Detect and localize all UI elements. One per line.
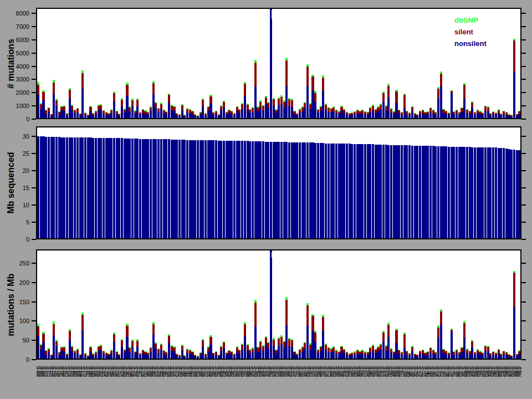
bar-segment [173, 111, 175, 118]
bar [155, 9, 157, 118]
bar [209, 127, 212, 238]
bar-segment [66, 115, 68, 118]
bar [416, 127, 418, 238]
bar [338, 9, 340, 118]
bar-segment [121, 100, 123, 106]
bar-segment [372, 110, 374, 118]
bar [314, 9, 316, 118]
bar-segment [152, 83, 155, 94]
bar-segment [340, 111, 342, 118]
bar-segment [338, 144, 340, 238]
bar [191, 9, 193, 118]
bar-segment [165, 114, 167, 118]
bar [139, 9, 141, 118]
bar-segment [364, 114, 366, 118]
bar [238, 250, 241, 359]
bar-segment [189, 140, 191, 239]
bar-segment [387, 98, 390, 118]
legend: dbSNP silent nonsilent [454, 14, 487, 49]
bar-segment [283, 347, 285, 359]
bar-segment [126, 337, 128, 359]
mb-sequenced-bars [37, 127, 520, 238]
bar [293, 250, 295, 359]
bar-segment [330, 144, 332, 238]
bar [66, 250, 68, 359]
bar-segment [89, 351, 91, 359]
bar [121, 250, 123, 359]
bar-segment [510, 116, 513, 118]
bar-segment [155, 108, 157, 118]
bar [469, 250, 471, 359]
bar-segment [314, 332, 316, 342]
bar [513, 127, 515, 238]
bar-segment [395, 145, 397, 238]
bar-segment [432, 113, 434, 118]
bar [113, 250, 115, 359]
bar-segment [257, 111, 259, 118]
bar [369, 127, 371, 238]
bar [301, 127, 304, 238]
bar [322, 9, 324, 118]
bar [503, 250, 505, 359]
bar-segment [390, 352, 392, 359]
bar-segment [492, 114, 494, 118]
y-axis-tick [521, 340, 526, 341]
bar [427, 250, 429, 359]
bar [354, 127, 356, 238]
bar-segment [498, 148, 500, 238]
bar-segment [48, 352, 50, 359]
bar-segment [275, 354, 277, 359]
bar-segment [461, 352, 463, 359]
bar-segment [372, 106, 374, 110]
bar-segment [346, 355, 348, 359]
bar [495, 127, 497, 238]
bar [332, 9, 335, 118]
bar [155, 127, 157, 238]
bar-segment [163, 139, 165, 238]
bar-segment [477, 147, 479, 238]
bar [364, 127, 366, 238]
bar [411, 250, 413, 359]
bar-segment [98, 106, 100, 110]
bar-segment [126, 96, 128, 118]
bar [356, 127, 359, 238]
bar-segment [110, 354, 112, 359]
bar-segment [377, 111, 379, 118]
bar-segment [273, 142, 275, 238]
bar-segment [500, 356, 502, 359]
bar-segment [437, 146, 439, 238]
bar [283, 250, 285, 359]
bar [387, 9, 390, 118]
bar-segment [309, 109, 311, 118]
bar [116, 9, 118, 118]
bar-segment [259, 108, 262, 118]
bar-segment [252, 112, 254, 118]
y-axis-tick [32, 187, 36, 188]
bar [338, 127, 340, 238]
bar-segment [265, 337, 267, 345]
bar-segment [63, 111, 65, 118]
bar-segment [513, 273, 515, 306]
bar [422, 127, 424, 238]
bar [330, 9, 332, 118]
bar-segment [518, 114, 520, 118]
bar-segment [244, 141, 246, 238]
bar-segment [432, 146, 434, 238]
bar-segment [267, 142, 269, 238]
bar [100, 9, 102, 118]
bar-segment [359, 144, 361, 238]
bar [510, 127, 513, 238]
bar-segment [320, 107, 322, 111]
bar-segment [296, 356, 298, 359]
bar [200, 9, 202, 118]
bar-segment [343, 144, 345, 238]
bar [37, 127, 39, 238]
bar [320, 9, 322, 118]
bar-segment [377, 347, 379, 352]
bar [434, 9, 437, 118]
bar-segment [489, 147, 492, 238]
y-axis-tick [32, 359, 36, 360]
bar-segment [204, 140, 207, 238]
bar [186, 127, 188, 238]
bar-segment [89, 107, 91, 111]
